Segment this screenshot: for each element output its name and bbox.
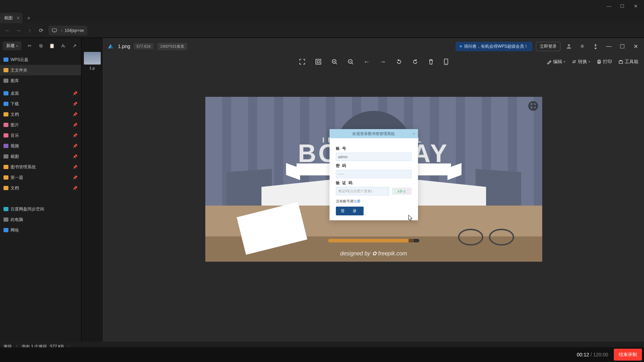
thumbnail-strip: 1.p [81,38,103,351]
drive-icon [4,228,8,232]
stop-recording-button[interactable]: 结束录制 [614,349,642,361]
sidebar-item[interactable]: 下载📌 [0,99,81,109]
username-input[interactable]: admin [336,153,412,161]
pin-icon[interactable]: 📌 [73,165,78,169]
nav-back-button[interactable]: ← [4,27,11,33]
chevron-down-icon: ▾ [16,44,18,48]
fit-icon[interactable] [315,59,321,65]
sidebar-item[interactable]: 此电脑 [0,214,81,225]
register-link[interactable]: 注册 [353,199,360,203]
pin-icon[interactable]: 📌 [73,175,78,180]
delete-icon[interactable] [428,59,434,65]
sidebar-item-wps-cloud[interactable]: WPS云盘 [0,54,81,65]
pin-icon[interactable]: 📌 [73,112,78,117]
pin-icon[interactable]: 📌 [73,91,78,96]
viewer-filesize: 577.61K [134,43,154,49]
pin-icon[interactable]: 📌 [73,186,78,190]
sidebar-item[interactable]: 网络 [0,225,81,235]
sidebar-item[interactable]: 桌面📌 [0,88,81,99]
os-maximize-button[interactable]: ☐ [619,2,626,9]
os-close-button[interactable]: ✕ [632,2,639,9]
svg-point-13 [446,63,446,64]
tab-active[interactable]: 截图 × [0,13,22,23]
sidebar-item[interactable]: 视频📌 [0,141,81,151]
folder-icon [4,144,8,148]
captcha-input[interactable]: 验证码(点击图片更换) [336,187,389,195]
sidebar-item[interactable]: 图书管理系统📌 [0,162,81,172]
new-button[interactable]: 新建▾ [3,41,21,50]
edit-button[interactable]: 编辑▾ [547,59,565,65]
password-label: 密 码 [336,163,412,168]
sidebar-item[interactable]: 文档📌 [0,109,81,120]
monitor-icon [52,28,57,33]
pin-icon[interactable]: 📌 [73,144,78,148]
tab-add-button[interactable]: + [24,13,34,23]
prev-image-icon[interactable]: ← [364,58,370,66]
drive-icon [4,207,8,211]
nav-reload-button[interactable]: ⟳ [37,27,45,34]
login-submit-button[interactable]: 登 录 [336,207,364,215]
pin-icon[interactable]: 📌 [73,123,78,127]
chevron-right-icon: › [61,28,62,33]
share-icon[interactable]: ↗ [71,43,78,48]
print-button[interactable]: 打印 [597,59,612,65]
os-minimize-button[interactable]: — [605,2,612,9]
window-maximize-button[interactable]: ☐ [617,41,627,51]
pin-icon[interactable]: 📌 [73,133,78,138]
folder-icon [4,186,8,190]
dialog-close-icon[interactable]: × [413,132,415,136]
promo-banner[interactable]: 填问卷，有机会得WPS超级会员！ [456,42,532,51]
zoom-in-icon[interactable] [331,59,338,65]
image-expand-icon[interactable]: ⛶ [528,101,538,111]
sidebar-item[interactable]: 图片📌 [0,120,81,130]
rename-icon[interactable]: Aᵢ [60,43,66,48]
username-label: 账 号 [336,146,412,151]
sidebar-item[interactable]: 第一题📌 [0,172,81,183]
svg-point-2 [568,44,570,46]
viewer-canvas[interactable]: INTERNATIONAL BO AY designed by ✿ freepi… [103,69,644,351]
pin-icon[interactable]: 📌 [73,154,78,159]
sidebar-places-section: 百度网盘同步空间此电脑网络 [0,204,81,235]
svg-rect-0 [52,29,57,32]
viewer-filename: 1.png [118,43,130,49]
login-button[interactable]: 立即登录 [536,42,560,51]
sidebar-item[interactable]: 截图📌 [0,151,81,162]
folder-icon [4,165,8,169]
sidebar-top-section: WPS云盘 主文件夹 图库 [0,54,81,86]
breadcrumb[interactable]: › 104jsp+se [48,26,87,35]
fullscreen-icon[interactable] [299,59,305,65]
sidebar-item[interactable]: 文档📌 [0,183,81,193]
tab-close-icon[interactable]: × [17,15,20,21]
window-minimize-button[interactable]: — [604,41,614,51]
captcha-image[interactable]: x9·c [392,188,412,195]
nav-forward-button[interactable]: → [15,27,22,33]
phone-icon[interactable] [444,59,449,65]
svg-rect-15 [598,60,600,61]
rotate-right-icon[interactable] [412,59,418,65]
sidebar-item-gallery[interactable]: 图库 [0,75,81,86]
pin-icon[interactable]: 📌 [73,102,78,106]
sidebar-item-main-folder[interactable]: 主文件夹 [0,65,81,75]
password-input[interactable]: ······ [336,170,412,178]
menu-icon[interactable]: ≡ [577,41,587,51]
pin-icon[interactable] [591,41,600,51]
window-close-button[interactable]: ✕ [631,41,640,51]
sidebar-item[interactable]: 音乐📌 [0,130,81,141]
toolbox-button[interactable]: 工具箱 [618,59,638,65]
paste-icon[interactable]: 📋 [49,43,55,48]
zoom-out-icon[interactable] [347,59,354,65]
sidebar-item[interactable]: 百度网盘同步空间 [0,204,81,214]
copy-icon[interactable]: ⧉ [38,43,44,49]
illus-credit-text: designed by ✿ freepik.com [205,250,542,257]
nav-up-button[interactable]: ↑ [26,27,34,33]
next-image-icon[interactable]: → [380,58,386,66]
cut-icon[interactable]: ✂ [26,43,33,48]
fm-toolbar: ← → ↑ ⟳ › 104jsp+se [0,23,644,38]
folder-icon [4,102,8,106]
thumbnail-item[interactable]: 1.p [84,52,101,70]
app-logo-icon [107,42,114,50]
rotate-left-icon[interactable] [396,59,402,65]
avatar-icon[interactable] [564,41,574,51]
folder-icon [4,154,8,159]
convert-button[interactable]: 转换▾ [572,59,590,65]
